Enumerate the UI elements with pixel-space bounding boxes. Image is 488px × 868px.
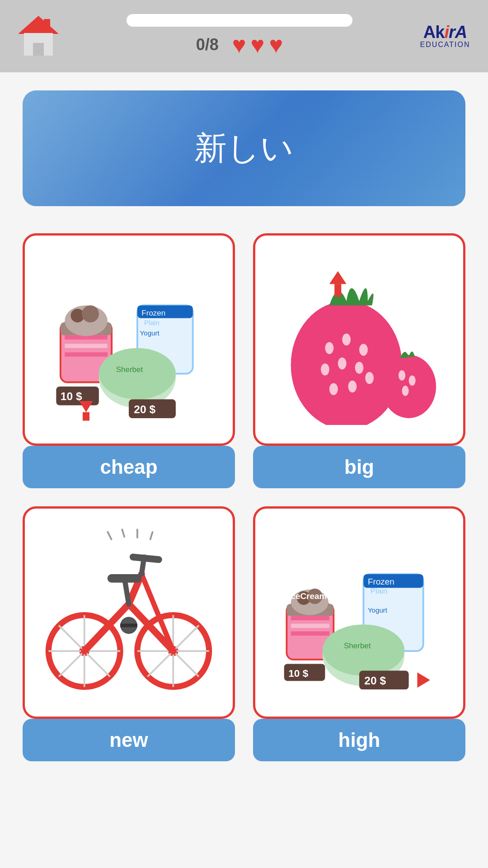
home-button[interactable] [14, 11, 63, 61]
svg-line-45 [122, 529, 125, 538]
answer-cheap: IceCream 10 $ Frozen Plain Yogurt [23, 233, 235, 488]
svg-rect-16 [83, 412, 89, 421]
svg-point-39 [399, 370, 405, 381]
svg-rect-72 [291, 616, 329, 620]
svg-rect-74 [291, 632, 329, 636]
answer-cheap-button[interactable]: cheap [23, 446, 235, 488]
svg-point-30 [342, 334, 351, 345]
svg-point-29 [325, 342, 333, 354]
answer-new-image[interactable] [23, 506, 235, 719]
progress-bar-background [127, 14, 352, 27]
svg-rect-8 [65, 352, 108, 356]
svg-rect-7 [65, 344, 108, 348]
svg-point-35 [329, 383, 338, 395]
answer-cheap-image[interactable]: IceCream 10 $ Frozen Plain Yogurt [23, 233, 235, 446]
svg-marker-91 [418, 672, 430, 688]
svg-point-37 [365, 372, 374, 384]
svg-text:20 $: 20 $ [134, 403, 155, 415]
logo-subtext: EDUCATION [420, 41, 470, 49]
svg-point-28 [291, 301, 402, 425]
progress-section: 0/8 ♥ ♥ ♥ [63, 14, 416, 58]
answers-grid: IceCream 10 $ Frozen Plain Yogurt [23, 233, 465, 761]
heart-2: ♥ [251, 31, 265, 58]
svg-point-32 [321, 363, 329, 375]
svg-point-11 [82, 305, 99, 322]
svg-text:10 $: 10 $ [288, 667, 309, 679]
svg-text:Frozen: Frozen [368, 577, 394, 586]
svg-rect-3 [33, 43, 44, 56]
svg-marker-0 [18, 16, 59, 34]
answer-big-image[interactable] [253, 233, 465, 446]
answer-high-image[interactable]: IceCream 10 $ Frozen Plain Yogurt Sherbe… [253, 506, 465, 719]
answer-big: big [253, 233, 465, 488]
svg-point-33 [338, 358, 347, 369]
main-content: 新しい IceCream [0, 72, 488, 779]
svg-point-31 [359, 344, 368, 355]
svg-text:Plain: Plain [144, 319, 160, 326]
logo-text: AkirA [420, 24, 470, 41]
svg-rect-65 [108, 574, 142, 583]
svg-text:IceCream: IceCream [288, 591, 327, 601]
answer-new-button[interactable]: new [23, 719, 235, 761]
answer-high-button[interactable]: high [253, 719, 465, 761]
svg-text:Yogurt: Yogurt [368, 606, 388, 614]
heart-3: ♥ [269, 31, 283, 58]
svg-rect-1 [44, 19, 50, 28]
svg-point-41 [402, 386, 409, 396]
svg-text:Sherbet: Sherbet [344, 642, 371, 650]
svg-marker-42 [329, 271, 347, 284]
svg-text:Yogurt: Yogurt [140, 329, 160, 337]
hearts-display: ♥ ♥ ♥ [232, 31, 283, 58]
answer-big-button[interactable]: big [253, 446, 465, 488]
svg-marker-15 [79, 401, 93, 412]
svg-text:10 $: 10 $ [61, 390, 82, 402]
svg-rect-43 [334, 284, 341, 297]
svg-line-67 [133, 557, 159, 560]
svg-text:20 $: 20 $ [364, 675, 386, 687]
question-text: 新しい [41, 127, 447, 170]
heart-1: ♥ [232, 31, 246, 58]
svg-point-40 [409, 375, 416, 386]
header: 0/8 ♥ ♥ ♥ AkirA EDUCATION [0, 0, 488, 72]
svg-text:Frozen: Frozen [141, 309, 165, 317]
answer-high: IceCream 10 $ Frozen Plain Yogurt Sherbe… [253, 506, 465, 761]
svg-point-34 [355, 362, 364, 373]
svg-point-36 [348, 381, 357, 392]
question-card: 新しい [23, 90, 465, 206]
answer-new: new [23, 506, 235, 761]
svg-text:Plain: Plain [371, 587, 388, 595]
svg-rect-73 [291, 624, 329, 628]
svg-line-47 [150, 531, 153, 540]
svg-line-44 [108, 531, 112, 540]
svg-text:Sherbet: Sherbet [116, 365, 143, 374]
svg-point-38 [381, 355, 436, 418]
logo: AkirA EDUCATION [416, 11, 474, 61]
progress-text: 0/8 [196, 35, 219, 54]
